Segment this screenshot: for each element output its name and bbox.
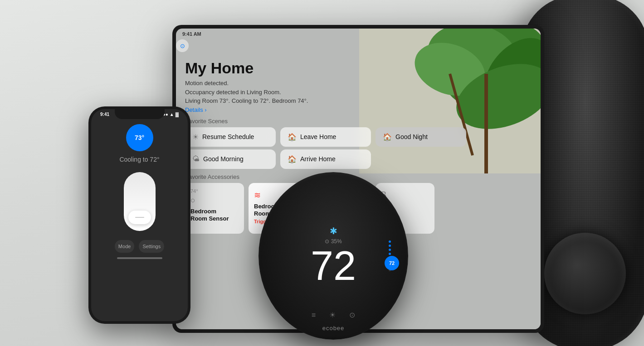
good-morning-icon: 🌤 [192,155,200,163]
iphone-screen: 9:41 ●●●● ▲ ▓ 73° Cooling to 72° [91,109,188,321]
ecobee-bottom-icons: ≡ ☀ ⊙ [312,311,355,319]
ecobee-brand-label: ecobee [322,325,345,332]
location-button[interactable]: ⊙ [176,39,189,52]
ecobee-sun-icon[interactable]: ☀ [329,311,336,319]
scene-card-arrive-home[interactable]: 🏠 Arrive Home [280,149,371,169]
resume-schedule-icon: ☀ [192,133,199,141]
accessory-bedroom-sensor1[interactable]: 74° ○ BedroomRoom Sensor [185,183,244,234]
leave-home-label: Leave Home [300,133,336,140]
scene-card-resume-schedule[interactable]: ☀ Resume Schedule [185,127,276,147]
ecobee-thermostat[interactable]: ✱ ⊙ 35% 72 72 ≡ ☀ ⊙ ecobee [259,172,408,340]
scene-card-leave-home[interactable]: 🏠 Leave Home [280,127,371,147]
iphone-cooling-label: Cooling to 72° [119,156,159,163]
iphone-time: 9:41 [100,112,109,117]
iphone-bottom-buttons: Mode Settings [106,240,173,253]
thermostat-slider[interactable] [124,172,156,231]
ecobee-snowflake-icon: ✱ [330,226,337,236]
iphone-device: 9:41 ●●●● ▲ ▓ 73° Cooling to 72° [88,106,190,324]
thermostat-handle-line [135,217,144,218]
accessory-name-1: BedroomRoom Sensor [190,208,239,223]
iphone-temp-circle: 73° [126,124,153,151]
good-morning-label: Good Morning [203,155,244,163]
subtitle-line3: Living Room 73°. Cooling to 72°. Bedroom… [185,97,308,104]
iphone-home-indicator [117,257,162,259]
ipad-time: 9:41 AM [182,31,201,37]
leave-home-icon: 🏠 [288,133,297,141]
iphone-battery-icon: ▓ [176,112,179,117]
subtitle-line2: Occupancy detected in Living Room. [185,89,281,96]
ecobee-shadow [273,335,393,340]
ecobee-dot-3 [389,249,391,251]
iphone-content: 73° Cooling to 72° Mode Settings [91,117,188,259]
accessory-temp-1: 74° [190,188,239,194]
scene-card-good-night[interactable]: 🏠 Good Night [376,127,466,147]
ecobee-dot-4 [389,253,391,255]
resume-schedule-label: Resume Schedule [202,133,254,140]
ecobee-menu-icon[interactable]: ≡ [312,311,316,319]
homepod-ring [544,233,626,314]
ecobee-settings-icon[interactable]: ⊙ [349,311,355,319]
ecobee-dot-2 [389,245,391,247]
accessory-icon-1: ○ [190,196,239,205]
plant-image [359,29,541,173]
iphone-notch [115,109,165,119]
ecobee-temp-badge: 72 [385,256,399,270]
ecobee-temperature: 72 [311,245,356,286]
thermostat-handle[interactable] [128,211,151,224]
settings-button[interactable]: Settings [139,240,164,253]
subtitle-line1: Motion detected. [185,80,229,86]
good-night-icon: 🏠 [383,133,392,141]
accessory-icon-4: B [381,190,429,200]
arrive-home-label: Arrive Home [300,155,336,163]
scene-container: 9:41 AM ●●●● ▲ 100% ▓ ⊙ Edit + My Home [0,0,644,346]
ecobee-dot-1 [389,240,391,243]
iphone-wifi-icon: ▲ [170,112,174,117]
arrive-home-icon: 🏠 [288,155,297,163]
mode-button[interactable]: Mode [115,240,135,253]
good-night-label: Good Night [395,133,428,140]
scene-card-good-morning[interactable]: 🌤 Good Morning [185,149,276,169]
